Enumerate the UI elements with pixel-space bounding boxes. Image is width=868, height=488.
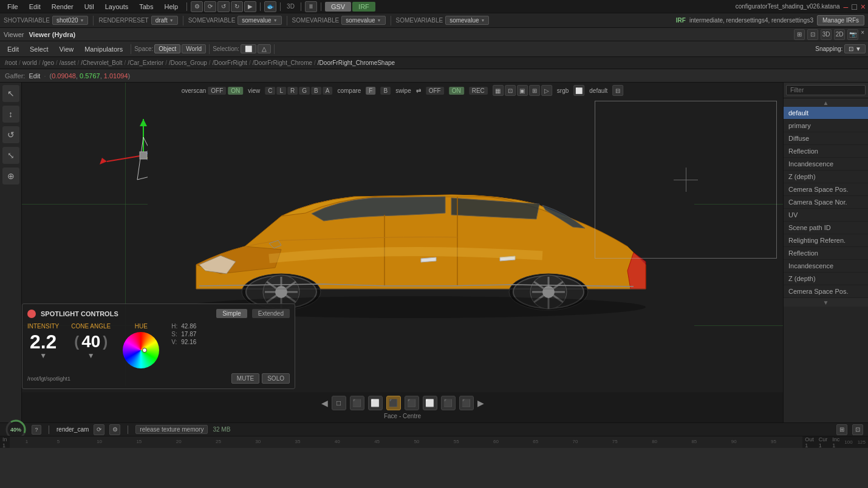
selection-mode-btn[interactable]: ⬜ <box>241 44 256 53</box>
color-wheel[interactable] <box>123 332 159 368</box>
world-tab[interactable]: World <box>182 44 206 53</box>
close-button[interactable]: – <box>844 2 849 12</box>
manage-irf-button[interactable]: Manage IRFs <box>817 15 864 25</box>
tb-select[interactable]: Select <box>25 44 53 54</box>
render-layer-scene-path[interactable]: Scene path ID <box>784 222 868 234</box>
menu-file[interactable]: File <box>2 2 23 12</box>
bc-car-exterior[interactable]: /Car_Exterior <box>126 59 165 66</box>
render-layer-zdepth2[interactable]: Z (depth) <box>784 273 868 285</box>
camera-settings-btn[interactable]: ⚙ <box>109 424 120 435</box>
bc-door-fr-right[interactable]: /DoorFrRight <box>211 59 248 66</box>
select-tool-button[interactable]: ↖ <box>2 85 19 102</box>
filter-input[interactable] <box>786 85 866 95</box>
render-layer-default[interactable]: default <box>784 107 868 120</box>
irf-button[interactable]: IRF <box>352 2 375 12</box>
camera-refresh-btn[interactable]: ⟳ <box>94 424 104 435</box>
view-left-btn[interactable]: ⬛ <box>441 396 456 410</box>
viewer-pip-btn[interactable]: ⊡ <box>807 29 818 40</box>
render-layer-zdepth[interactable]: Z (depth) <box>784 171 868 183</box>
view-front-btn[interactable]: ⬛ <box>350 396 364 410</box>
status-icon-2[interactable]: ⊡ <box>852 424 863 435</box>
view-face-centre-btn[interactable]: ⬛ <box>386 396 401 410</box>
render-layer-camera-pos[interactable]: Cemera Space Pos. <box>784 183 868 196</box>
timeline-track[interactable]: 1 5 10 15 20 25 30 35 40 45 50 55 60 65 … <box>10 436 803 448</box>
render-layer-camera-nor[interactable]: Camera Space Nor. <box>784 196 868 209</box>
menu-render[interactable]: Render <box>47 2 78 12</box>
scale-tool-button[interactable]: ⤡ <box>2 147 19 164</box>
render-layer-reflection2[interactable]: Reflection <box>784 247 868 260</box>
s-value[interactable]: 17.87 <box>181 331 196 337</box>
prev-view-btn[interactable]: ◀ <box>321 398 328 408</box>
gaffer-edit[interactable]: Edit <box>29 72 40 80</box>
view-bottom-btn[interactable]: ⬜ <box>423 396 437 410</box>
menu-help[interactable]: Help <box>159 2 183 12</box>
var-dropdown-2[interactable]: draft <box>151 16 178 25</box>
h-value[interactable]: 42.86 <box>181 323 196 330</box>
var-dropdown-1[interactable]: shot020 <box>52 16 89 25</box>
menu-tabs[interactable]: Tabs <box>134 2 158 12</box>
tb-view[interactable]: View <box>55 44 79 54</box>
spotlight-extended-tab[interactable]: Extended <box>252 309 290 318</box>
render-layer-primary[interactable]: primary <box>784 120 868 132</box>
var-dropdown-5[interactable]: somevalue <box>445 16 489 25</box>
viewer-close[interactable]: × <box>861 29 864 40</box>
maximize-button[interactable]: × <box>861 2 866 12</box>
var-dropdown-4[interactable]: somevalue <box>341 16 385 25</box>
release-texture-btn[interactable]: release texture memory <box>135 425 208 434</box>
tb-edit[interactable]: Edit <box>2 44 24 54</box>
cone-angle-down-btn[interactable]: ▼ <box>87 351 95 360</box>
translate-tool-button[interactable]: ↕ <box>2 106 19 123</box>
help-circle-btn[interactable]: ? <box>32 425 41 435</box>
bc-root[interactable]: /root <box>4 59 18 66</box>
v-value[interactable]: 92.16 <box>181 339 196 345</box>
menu-util[interactable]: Util <box>80 2 99 12</box>
render-layer-diffuse[interactable]: Diffuse <box>784 132 868 145</box>
viewer-3d-btn[interactable]: 3D <box>821 29 832 40</box>
bc-geo[interactable]: /geo <box>41 59 55 66</box>
scroll-up-btn[interactable]: ▲ <box>784 98 868 107</box>
rotate-tool-button[interactable]: ↺ <box>2 126 19 143</box>
var-dropdown-3[interactable]: somevalue <box>238 16 281 25</box>
scroll-down-btn[interactable]: ▼ <box>784 298 868 307</box>
render-layer-uv[interactable]: UV <box>784 209 868 222</box>
render-layer-reflection[interactable]: Reflection <box>784 145 868 158</box>
view-back-btn[interactable]: ⬜ <box>368 396 383 410</box>
cone-angle-number[interactable]: 40 <box>81 332 100 351</box>
undo-icon[interactable]: ↺ <box>217 1 230 12</box>
play-icon[interactable]: ▶ <box>244 1 256 12</box>
menu-layouts[interactable]: Layouts <box>100 2 134 12</box>
intensity-value[interactable]: 2.2 <box>30 332 56 351</box>
snapping-btn[interactable]: ⊡ ▼ <box>844 44 866 53</box>
view-top-btn[interactable]: ⬛ <box>405 396 419 410</box>
render-layer-relighting[interactable]: Relighting Referen. <box>784 234 868 247</box>
combo-tool-button[interactable]: ⊕ <box>2 168 19 185</box>
status-icon-1[interactable]: ⊞ <box>836 424 847 435</box>
viewport[interactable]: overscan OFF ON view C L R G B A compare… <box>22 83 783 422</box>
minimize-button[interactable]: □ <box>852 2 856 12</box>
tb-manipulators[interactable]: Manipulators <box>80 44 128 54</box>
viewer-grid-btn[interactable]: ⊞ <box>794 29 805 40</box>
object-tab[interactable]: Object <box>154 44 180 53</box>
bc-chevrolet[interactable]: /Chevrolet_Bolt <box>80 59 123 66</box>
view-perspective-btn[interactable]: □ <box>332 396 346 410</box>
pause-icon[interactable]: ⏸ <box>305 1 317 12</box>
bc-doors-group[interactable]: /Doors_Group <box>168 59 208 66</box>
next-view-btn[interactable]: ▶ <box>477 398 484 408</box>
render-layer-incandescence[interactable]: Incandescence <box>784 158 868 171</box>
render-layer-incandescence2[interactable]: Incandescence <box>784 260 868 273</box>
spotlight-simple-tab[interactable]: Simple <box>216 309 247 318</box>
solo-button[interactable]: SOLO <box>262 373 290 384</box>
bc-world[interactable]: world <box>21 59 38 66</box>
bc-asset[interactable]: /asset <box>58 59 77 66</box>
mute-button[interactable]: MUTE <box>231 373 259 384</box>
view-right-btn[interactable]: ⬛ <box>459 396 474 410</box>
settings-icon[interactable]: ⚙ <box>191 1 203 12</box>
redo-icon[interactable]: ↻ <box>231 1 243 12</box>
gsv-button[interactable]: GSV <box>325 2 351 12</box>
bc-door-chrome[interactable]: /DoorFrRight_Chrome <box>251 59 313 66</box>
selection-lasso-btn[interactable]: △ <box>258 44 271 53</box>
viewer-2d-btn[interactable]: 2D <box>834 29 845 40</box>
refresh-icon[interactable]: ⟳ <box>204 1 216 12</box>
intensity-down-btn[interactable]: ▼ <box>39 351 47 360</box>
fish-icon[interactable]: 🐟 <box>264 1 276 12</box>
